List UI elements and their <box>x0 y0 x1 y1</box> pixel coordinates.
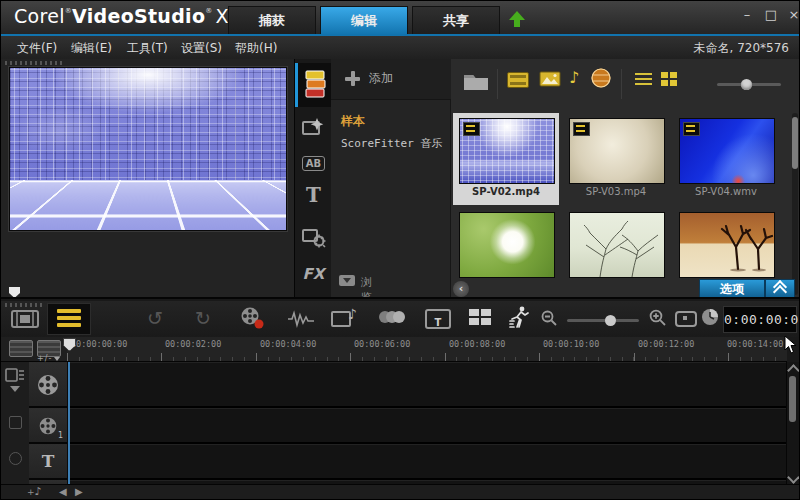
ruler-label: 00:00:08:00 <box>449 339 505 349</box>
track-manager-icon[interactable] <box>5 368 25 382</box>
scroll-down-icon[interactable] <box>787 471 800 484</box>
timeline-zoom-knob[interactable] <box>605 315 616 326</box>
grid-view-button[interactable] <box>661 72 677 86</box>
plus-icon <box>345 71 360 86</box>
title-track-rail-icon[interactable] <box>9 452 22 465</box>
thumbnail-zoom-slider[interactable] <box>717 83 781 86</box>
photo-cell-dandelion[interactable] <box>453 207 559 299</box>
overlay-track-header[interactable]: 1 <box>29 408 67 444</box>
sound-mixer-icon <box>287 310 315 328</box>
overlay-track-lane[interactable] <box>68 408 787 444</box>
zoom-slider-knob[interactable] <box>741 79 752 90</box>
timeline-scrollbar-thumb[interactable] <box>789 376 796 422</box>
subtitle-editor-icon: T <box>425 309 451 329</box>
menubar: 文件(F) 编辑(E) 工具(T) 设置(S) 帮助(H) 未命名, 720*5… <box>1 36 799 60</box>
undo-button[interactable]: ↺ <box>147 305 163 331</box>
filter-audio-button[interactable]: ♪ <box>569 68 579 87</box>
title-track-lane[interactable] <box>68 444 787 480</box>
nav-filter-button[interactable]: FX <box>295 261 332 289</box>
timeline-zoom-slider[interactable] <box>567 319 639 322</box>
gallery-header: ♪ <box>451 59 800 111</box>
split-screen-button[interactable] <box>469 309 493 327</box>
scroll-left-button[interactable]: ◀ <box>59 486 67 497</box>
subtitle-editor-button[interactable]: T <box>425 309 451 327</box>
nav-media-button[interactable] <box>295 63 332 107</box>
mix-clips-button[interactable] <box>379 311 407 325</box>
record-capture-button[interactable] <box>239 306 265 334</box>
timeline-view-button[interactable] <box>47 303 91 335</box>
fit-project-button[interactable] <box>675 311 697 327</box>
nav-graphic-button[interactable] <box>295 221 332 253</box>
menu-file[interactable]: 文件(F) <box>17 40 57 57</box>
motion-tracking-button[interactable] <box>509 305 531 335</box>
zoom-out-button[interactable] <box>541 310 557 330</box>
separator <box>621 69 622 99</box>
menu-settings[interactable]: 设置(S) <box>181 40 222 57</box>
upgrade-arrow-icon[interactable] <box>509 11 525 27</box>
app-logo: Corel®VideoStudio®X10 <box>14 5 254 27</box>
scroll-right-button[interactable]: ▶ <box>75 486 83 497</box>
tab-share[interactable]: 共享 <box>412 6 500 35</box>
nav-transition-button[interactable]: AB <box>295 147 332 175</box>
scroll-up-icon[interactable] <box>787 364 800 377</box>
media-gallery: ♪ SP- <box>451 59 800 297</box>
video-track-header[interactable] <box>29 362 67 408</box>
clip-cell-sp-v02[interactable]: SP-V02.mp4 <box>453 113 559 205</box>
graphic-icon <box>302 227 326 249</box>
photo-cell-fog-trees[interactable] <box>563 207 669 299</box>
minimize-button[interactable]: – <box>737 6 757 24</box>
add-button[interactable]: 添加 <box>331 59 451 100</box>
instant-project-icon <box>302 117 326 137</box>
video-badge-icon <box>573 122 590 136</box>
track-display-icon-1[interactable] <box>9 340 33 357</box>
tab-edit[interactable]: 编辑 <box>320 6 408 35</box>
close-button[interactable]: × <box>784 6 800 24</box>
timeline-tracks: 1 T <box>1 362 787 485</box>
gallery-back-button[interactable]: ‹ <box>453 281 469 297</box>
timeline-playhead[interactable] <box>63 338 76 351</box>
list-view-button[interactable] <box>635 72 652 86</box>
video-badge-icon <box>463 122 480 136</box>
maximize-button[interactable]: □ <box>761 6 781 24</box>
add-music-button[interactable]: +♪ <box>27 485 42 498</box>
clip-cell-sp-v04[interactable]: SP-V04.wmv <box>673 113 779 205</box>
sound-mixer-button[interactable] <box>287 310 315 332</box>
ruler-label: 00:00:00:00 <box>71 339 127 349</box>
transition-ab-icon: AB <box>302 156 325 171</box>
gallery-scrollbar-thumb[interactable] <box>792 117 798 169</box>
video-filter-icon <box>507 72 529 88</box>
category-scorefitter[interactable]: ScoreFitter 音乐 <box>341 136 442 151</box>
tab-capture[interactable]: 捕获 <box>228 6 316 35</box>
menu-edit[interactable]: 编辑(E) <box>71 40 112 57</box>
storyboard-view-button[interactable] <box>11 308 39 334</box>
auto-music-button[interactable]: ♪ <box>331 309 357 327</box>
nav-instant-project-button[interactable] <box>295 111 332 141</box>
photo-thumbnail <box>679 212 775 278</box>
nav-title-button[interactable]: T <box>295 183 332 213</box>
record-capture-icon <box>239 306 265 330</box>
ruler-label: 00:00:02:00 <box>165 339 221 349</box>
video-track-lane[interactable] <box>68 362 787 408</box>
redo-button[interactable]: ↻ <box>195 305 211 331</box>
gallery-scrollbar[interactable] <box>792 113 798 295</box>
filter-photo-button[interactable] <box>539 71 561 87</box>
video-badge-icon <box>683 122 700 136</box>
timeline-ruler[interactable]: 00:00:00:00 00:00:02:00 00:00:04:00 00:0… <box>67 337 787 361</box>
timeline-scrollbar[interactable] <box>786 362 799 485</box>
filter-video-button[interactable] <box>507 72 529 88</box>
filter-sphere-button[interactable] <box>591 68 611 88</box>
reg-mark: ® <box>205 7 212 15</box>
track-dropdown-icon[interactable] <box>10 386 20 392</box>
library-panel: 添加 样本 ScoreFitter 音乐 浏览 <box>331 59 800 297</box>
track-rail <box>1 362 30 485</box>
import-folder-button[interactable] <box>463 71 489 91</box>
overlay-track-icon[interactable] <box>9 416 22 429</box>
zoom-in-button[interactable] <box>649 309 666 330</box>
photo-thumbnail <box>569 212 665 278</box>
duration-button[interactable] <box>701 308 719 330</box>
menu-tools[interactable]: 工具(T) <box>127 40 168 57</box>
clip-cell-sp-v03[interactable]: SP-V03.mp4 <box>563 113 669 205</box>
menu-help[interactable]: 帮助(H) <box>235 40 277 57</box>
category-samples[interactable]: 样本 <box>341 113 365 130</box>
title-track-header[interactable]: T <box>29 444 67 480</box>
